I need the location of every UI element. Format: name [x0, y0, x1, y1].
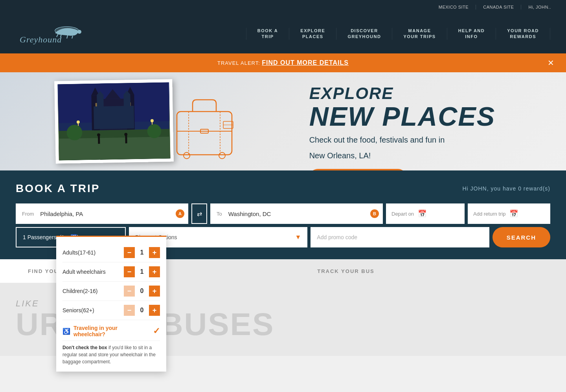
svg-rect-23	[98, 136, 100, 144]
track-your-bus-link[interactable]: TRACK YOUR BUS	[126, 259, 566, 283]
rewards-greeting: Hi JOHN, you have 0 reward(s)	[462, 185, 550, 192]
adults-decrease-button[interactable]: −	[124, 247, 135, 258]
seniors-counter: − 0 +	[124, 305, 160, 316]
hero-luggage-illustration	[165, 92, 244, 163]
greyhound-logo: Greyhound	[16, 22, 86, 46]
svg-rect-20	[59, 137, 170, 160]
nav-book-trip[interactable]: BOOK A TRIP	[246, 28, 290, 40]
logo-area[interactable]: Greyhound	[16, 22, 102, 46]
luggage-svg	[165, 92, 244, 163]
swap-button[interactable]: ⇄	[191, 203, 207, 224]
hero-destination-photo	[54, 79, 174, 163]
children-label: Children(2-16)	[62, 288, 97, 294]
svg-rect-9	[91, 95, 99, 130]
wheelchairs-increase-button[interactable]: +	[149, 266, 160, 277]
hero-description-line2: New Orleans, LA!	[309, 150, 495, 161]
nav-manage-trips[interactable]: MANAGE YOUR TRIPS	[392, 28, 447, 40]
adults-label: Adults(17-61)	[62, 249, 96, 256]
new-orleans-illustration	[57, 82, 170, 161]
top-bar: MEXICO SITE CANADA SITE Hi, JOHN..	[0, 0, 566, 14]
passenger-dropdown: Adults(17-61) − 1 + Adult wheelchairs − …	[56, 236, 166, 356]
adults-counter: − 1 +	[124, 247, 160, 258]
wheelchair-note: Don't check the box if you'd like to sit…	[62, 341, 160, 356]
alert-link[interactable]: FIND OUT MORE DETAILS	[262, 59, 349, 66]
svg-rect-25	[125, 136, 127, 143]
return-calendar-icon: 📅	[509, 209, 518, 218]
children-increase-button[interactable]: +	[149, 286, 160, 297]
to-field[interactable]: To Washington, DC B	[210, 203, 383, 224]
children-row: Children(2-16) − 0 +	[62, 282, 160, 301]
wheelchairs-label: Adult wheelchairs	[62, 269, 106, 275]
children-counter: − 0 +	[124, 286, 160, 297]
alert-prefix: TRAVEL ALERT:	[217, 60, 260, 66]
book-header: BOOK A TRIP Hi JOHN, you have 0 reward(s…	[16, 182, 550, 195]
hero-text-block: EXPLORE NEW PLACES Check out the food, f…	[309, 84, 495, 170]
depart-label: Depart on	[391, 211, 414, 217]
promo-placeholder: Add promo code	[317, 234, 357, 240]
svg-rect-7	[94, 99, 133, 130]
seniors-row: Seniors(62+) − 0 +	[62, 301, 160, 320]
svg-point-2	[77, 30, 81, 34]
svg-rect-14	[96, 103, 99, 109]
travel-alert-bar: TRAVEL ALERT: FIND OUT MORE DETAILS ✕	[0, 53, 566, 72]
nav-discover-greyhound[interactable]: DISCOVER GREYHOUND	[336, 28, 392, 40]
from-label: From	[22, 211, 34, 217]
adults-row: Adults(17-61) − 1 +	[62, 243, 160, 262]
children-value: 0	[138, 288, 146, 295]
mexico-site-link[interactable]: MEXICO SITE	[432, 5, 476, 9]
return-label: Add return trip	[473, 211, 505, 217]
depart-date-field[interactable]: Depart on 📅	[386, 203, 465, 224]
from-icon-a: A	[176, 209, 184, 218]
header: Greyhound BOOK A TRIP EXPLORE PLACES DIS…	[0, 14, 566, 53]
wheelchair-icon: ♿	[62, 328, 70, 335]
from-value: Philadelphia, PA	[40, 211, 83, 217]
wheelchairs-row: Adult wheelchairs − 1 +	[62, 262, 160, 282]
depart-calendar-icon: 📅	[418, 209, 426, 218]
svg-rect-15	[128, 103, 131, 108]
hero-headline: NEW PLACES	[309, 103, 495, 130]
svg-text:Greyhound: Greyhound	[20, 35, 62, 44]
to-icon-b: B	[370, 209, 379, 218]
svg-rect-13	[109, 106, 117, 116]
children-decrease-button[interactable]: −	[124, 286, 135, 297]
from-field[interactable]: From Philadelphia, PA A	[16, 203, 188, 224]
hero-description-line1: Check out the food, festivals and fun in	[309, 134, 495, 145]
canada-site-link[interactable]: CANADA SITE	[476, 5, 521, 9]
user-greeting-link[interactable]: Hi, JOHN..	[521, 5, 558, 9]
to-label: To	[217, 211, 222, 217]
wheelchair-question-row: ♿ Traveling in your wheelchair? ✓	[62, 320, 160, 341]
promo-code-field[interactable]: Add promo code	[311, 227, 489, 247]
seniors-label: Seniors(62+)	[62, 307, 94, 313]
return-date-field[interactable]: Add return trip 📅	[468, 203, 550, 224]
wheelchair-question: Traveling in your wheelchair?	[74, 325, 150, 337]
discount-dropdown-icon: ▼	[295, 234, 301, 241]
seniors-decrease-button[interactable]: −	[124, 305, 135, 316]
book-title: BOOK A TRIP	[16, 182, 462, 195]
nav-explore-places[interactable]: EXPLORE PLACES	[289, 28, 336, 40]
svg-rect-10	[126, 95, 134, 130]
close-alert-button[interactable]: ✕	[548, 58, 554, 68]
booking-row-1: From Philadelphia, PA A ⇄ To Washington,…	[16, 203, 550, 224]
hero-banner: EXPLORE NEW PLACES Check out the food, f…	[0, 72, 566, 170]
wheelchairs-counter: − 1 +	[124, 266, 160, 277]
adults-increase-button[interactable]: +	[149, 247, 160, 258]
nav-road-rewards[interactable]: YOUR ROAD REWARDS	[496, 28, 550, 40]
main-nav: BOOK A TRIP EXPLORE PLACES DISCOVER GREY…	[102, 28, 550, 40]
search-button[interactable]: SEARCH	[492, 227, 550, 247]
wheelchair-note-bold: Don't check the box	[62, 345, 107, 350]
wheelchairs-decrease-button[interactable]: −	[124, 266, 135, 277]
seniors-increase-button[interactable]: +	[149, 305, 160, 316]
hero-explore-label: EXPLORE	[309, 84, 495, 103]
to-value: Washington, DC	[228, 211, 271, 217]
wheelchair-checkbox[interactable]: ✓	[153, 326, 160, 336]
nav-help-info[interactable]: HELP AND INFO	[447, 28, 496, 40]
adults-value: 1	[138, 249, 146, 256]
seniors-value: 0	[138, 307, 146, 314]
wheelchairs-value: 1	[138, 268, 146, 275]
